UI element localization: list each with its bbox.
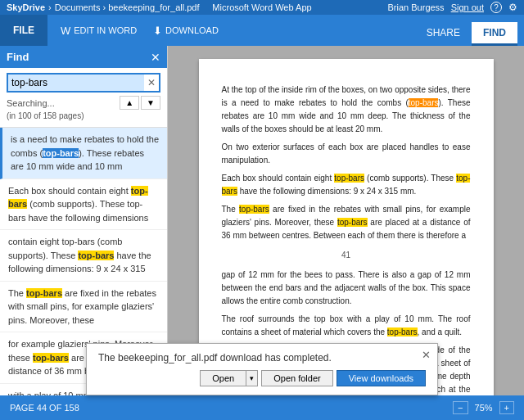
download-notification: ✕ The beekeeping_for_all.pdf download ha…: [86, 343, 438, 395]
settings-icon[interactable]: ⚙: [508, 2, 517, 13]
breadcrumb-area: SkyDrive › Documents › beekeeping_for_al…: [7, 2, 200, 12]
signout-link[interactable]: Sign out: [451, 2, 484, 12]
zoom-level: 75%: [475, 403, 493, 413]
download-button[interactable]: ⬇ DOWNLOAD: [147, 21, 225, 40]
edit-in-word-label: EDIT IN WORD: [74, 25, 137, 35]
doc-para-3: Each box should contain eight top-bars (…: [222, 172, 471, 198]
find-input-row: ✕: [7, 73, 160, 93]
open-dropdown-arrow[interactable]: ▾: [246, 370, 258, 386]
notif-close-button[interactable]: ✕: [422, 349, 431, 361]
zoom-in-button[interactable]: +: [499, 401, 514, 414]
find-search-area: ✕ Searching... ▲ ▼ (in 100 of 158 pages): [0, 68, 167, 128]
notif-message: The beekeeping_for_all.pdf download has …: [98, 352, 426, 364]
doc-para-2: On two exterior surfaces of each box are…: [222, 141, 471, 167]
help-icon[interactable]: ?: [490, 2, 502, 13]
find-clear-button[interactable]: ✕: [144, 77, 159, 88]
tab-find[interactable]: FIND: [472, 22, 517, 46]
find-result-item[interactable]: contain eight top-bars (comb supports). …: [0, 230, 167, 282]
find-status: (in 100 of 158 pages): [7, 110, 160, 122]
tab-share-label: SHARE: [427, 27, 460, 38]
notif-actions: Open ▾ Open folder View downloads: [98, 370, 426, 386]
find-panel-header: Find ✕: [0, 46, 167, 68]
view-downloads-button[interactable]: View downloads: [337, 370, 426, 386]
result-text-2: Each box should contain eight top-bars (…: [8, 186, 148, 223]
tab-share[interactable]: SHARE: [415, 22, 472, 46]
page-number: 41: [222, 249, 471, 262]
find-result-item[interactable]: The top-bars are fixed in the rebates wi…: [0, 282, 167, 333]
page-info: PAGE 44 OF 158: [10, 403, 79, 413]
open-button[interactable]: Open: [200, 370, 246, 386]
find-next-button[interactable]: ▼: [141, 96, 160, 110]
result-text-3: contain eight top-bars (comb supports). …: [8, 237, 151, 273]
find-input[interactable]: [8, 75, 144, 91]
download-label: DOWNLOAD: [165, 25, 219, 35]
tab-find-label: FIND: [483, 27, 506, 38]
status-left: PAGE 44 OF 158: [10, 403, 79, 413]
doc-para-5: gap of 12 mm for the bees to pass. There…: [222, 269, 471, 308]
open-btn-group: Open ▾: [200, 370, 258, 386]
breadcrumb-separator: ›: [48, 2, 52, 12]
ribbon-tabs: SHARE FIND: [409, 15, 524, 46]
doc-para-4: The top-bars are fixed in the rebates wi…: [222, 203, 471, 242]
word-icon: W: [61, 25, 70, 37]
top-bar: SkyDrive › Documents › beekeeping_for_al…: [0, 0, 524, 15]
find-searching: Searching...: [7, 98, 118, 108]
find-result-item[interactable]: is a need to make rebates to hold the co…: [0, 128, 167, 179]
doc-para-6: The roof surrounds the top box with a pl…: [222, 313, 471, 339]
download-icon: ⬇: [153, 25, 162, 37]
user-name: Brian Burgess: [388, 2, 445, 12]
app-title: Microsoft Word Web App: [212, 2, 311, 12]
zoom-out-button[interactable]: −: [453, 401, 468, 414]
ribbon: FILE W EDIT IN WORD ⬇ DOWNLOAD SHARE FIN…: [0, 15, 524, 46]
user-area: Brian Burgess Sign out ? ⚙: [388, 2, 517, 13]
find-result-item[interactable]: Each box should contain eight top-bars (…: [0, 179, 167, 231]
doc-para-1: At the top of the inside rim of the boxe…: [222, 84, 471, 136]
result-text-4: The top-bars are fixed in the rebates wi…: [8, 288, 156, 325]
open-folder-button[interactable]: Open folder: [261, 370, 332, 386]
ribbon-actions: W EDIT IN WORD ⬇ DOWNLOAD: [47, 15, 232, 46]
status-right: − 75% +: [453, 401, 514, 414]
find-title: Find: [7, 51, 29, 63]
brand-logo[interactable]: SkyDrive: [7, 2, 45, 12]
find-prev-button[interactable]: ▲: [120, 96, 139, 110]
breadcrumb: Documents › beekeeping_for_all.pdf: [55, 2, 200, 12]
result-text-1: is a need to make rebates to hold the co…: [11, 134, 159, 171]
file-button[interactable]: FILE: [0, 15, 47, 46]
find-nav-row: Searching... ▲ ▼: [7, 96, 160, 110]
status-bar: PAGE 44 OF 158 − 75% +: [0, 395, 524, 420]
edit-in-word-button[interactable]: W EDIT IN WORD: [54, 21, 143, 40]
find-close-button[interactable]: ✕: [151, 52, 160, 63]
